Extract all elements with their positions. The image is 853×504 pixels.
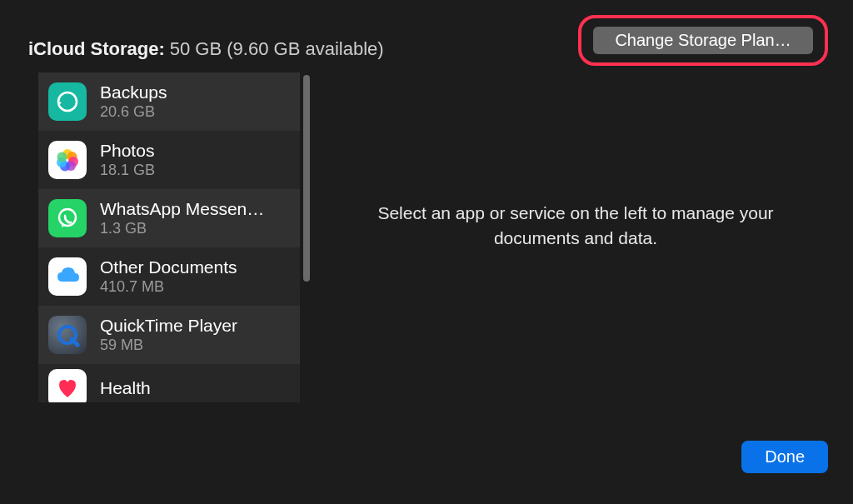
storage-info: iCloud Storage: 50 GB (9.60 GB available… <box>28 15 384 60</box>
list-item-other-documents[interactable]: Other Documents 410.7 MB <box>38 247 300 306</box>
sidebar-container: Backups 20.6 GB <box>38 72 308 421</box>
item-size: 18.1 GB <box>100 162 288 179</box>
header: iCloud Storage: 50 GB (9.60 GB available… <box>0 0 853 66</box>
change-storage-plan-button[interactable]: Change Storage Plan… <box>593 27 813 54</box>
svg-point-8 <box>59 209 76 226</box>
storage-value: 50 GB (9.60 GB available) <box>170 38 384 60</box>
quicktime-icon <box>48 316 87 354</box>
whatsapp-icon <box>48 199 87 237</box>
item-title: Health <box>100 378 288 398</box>
svg-point-0 <box>58 92 77 111</box>
item-size: 20.6 GB <box>100 103 288 121</box>
item-size: 59 MB <box>100 337 288 354</box>
done-button[interactable]: Done <box>741 441 828 473</box>
item-title: Backups <box>100 82 288 102</box>
photos-icon <box>48 141 87 179</box>
scrollbar-thumb[interactable] <box>303 75 310 282</box>
item-title: WhatsApp Messen… <box>100 199 288 219</box>
icloud-drive-icon <box>48 257 87 296</box>
detail-panel: Select an app or service on the left to … <box>323 72 828 421</box>
list-item-photos[interactable]: Photos 18.1 GB <box>38 131 300 189</box>
item-title: Photos <box>100 141 288 161</box>
item-size: 410.7 MB <box>100 278 288 296</box>
list-item-backups[interactable]: Backups 20.6 GB <box>38 72 300 131</box>
health-icon <box>48 369 87 402</box>
detail-placeholder-text: Select an app or service on the left to … <box>353 201 798 252</box>
backup-icon <box>48 82 87 121</box>
list-item-whatsapp[interactable]: WhatsApp Messen… 1.3 GB <box>38 189 300 247</box>
content-area: Backups 20.6 GB <box>0 72 853 421</box>
svg-point-7 <box>57 152 67 162</box>
list-item-health[interactable]: Health <box>38 364 300 402</box>
item-title: QuickTime Player <box>100 316 288 336</box>
annotation-highlight: Change Storage Plan… <box>578 15 828 66</box>
item-title: Other Documents <box>100 257 288 277</box>
item-size: 1.3 GB <box>100 220 288 237</box>
list-item-quicktime[interactable]: QuickTime Player 59 MB <box>38 306 300 364</box>
footer: Done <box>0 421 853 473</box>
app-list[interactable]: Backups 20.6 GB <box>38 72 300 420</box>
storage-label: iCloud Storage: <box>28 38 165 60</box>
